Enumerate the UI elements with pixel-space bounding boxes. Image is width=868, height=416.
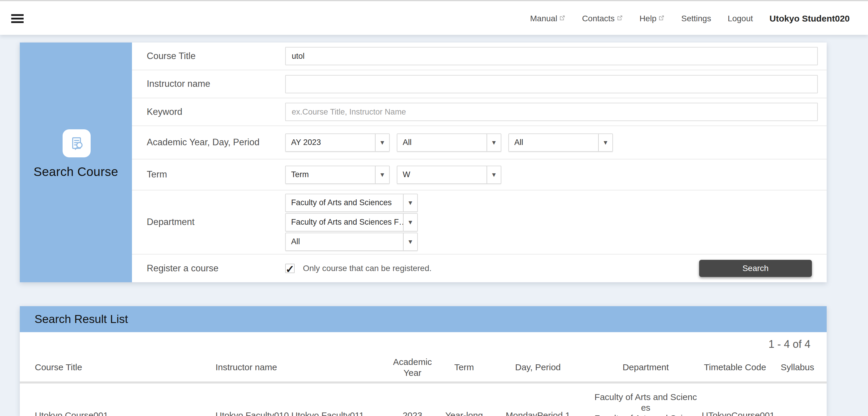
search-course-title: Search Course (20, 165, 132, 179)
search-form: Course Title Instructor name Keyword Aca… (132, 42, 827, 282)
period-select[interactable]: All ▼ (508, 133, 613, 152)
instructor-row: Instructor name (132, 70, 827, 98)
cell-instructor: Utokyo Faculty010,Utokyo Faculty011 (200, 410, 383, 416)
keyword-label: Keyword (132, 106, 285, 118)
col-day-period: Day, Period (486, 362, 590, 373)
department-value: Faculty of Arts and Sciences F… (286, 214, 403, 231)
term-label: Term (132, 168, 285, 181)
register-label: Register a course (132, 262, 285, 274)
external-link-icon (559, 15, 565, 21)
nav-settings[interactable]: Settings (681, 14, 711, 23)
chevron-down-icon: ▼ (375, 134, 389, 151)
cell-academic-year: 2023 (383, 410, 442, 416)
col-department: Department (590, 362, 702, 373)
table-divider (20, 381, 827, 384)
document-search-icon (67, 134, 87, 153)
cell-course-title[interactable]: Utokyo Course001 (20, 410, 200, 416)
external-link-icon (617, 15, 623, 21)
register-row: Register a course ✓ Only course that can… (132, 255, 827, 282)
user-name: Utokyo Student020 (769, 13, 850, 24)
external-link-icon (658, 15, 664, 21)
day-value: All (397, 134, 487, 151)
course-title-label: Course Title (132, 50, 285, 62)
cell-syllabus (768, 387, 827, 416)
cell-term: Year-long (442, 410, 486, 416)
chevron-down-icon: ▼ (598, 134, 612, 151)
chevron-down-icon: ▼ (403, 233, 417, 250)
term-sub-value: W (397, 166, 487, 183)
search-button[interactable]: Search (699, 260, 812, 277)
search-course-icon (63, 129, 91, 157)
nav-contacts-label: Contacts (582, 14, 615, 23)
search-course-panel: Search Course Course Title Instructor na… (20, 42, 827, 282)
search-result-header: Search Result List (20, 306, 827, 332)
department-line: Faculty of Arts and Scienc (590, 392, 702, 403)
top-header: Manual Contacts Help Settings Logout Uto… (0, 0, 868, 35)
hamburger-menu-icon[interactable] (11, 14, 24, 24)
col-academic-year: Academic Year (383, 356, 442, 378)
result-count: 1 - 4 of 4 (20, 332, 827, 353)
nav-manual-label: Manual (530, 14, 557, 23)
department-line: Faculty of Arts and Scienc (590, 413, 702, 416)
chevron-down-icon: ▼ (375, 166, 389, 183)
col-course-title: Course Title (20, 362, 200, 373)
ay-day-period-row: Academic Year, Day, Period AY 2023 ▼ All… (132, 126, 827, 159)
academic-year-value: AY 2023 (286, 134, 375, 151)
instructor-label: Instructor name (132, 78, 285, 90)
chevron-down-icon: ▼ (403, 214, 417, 231)
course-type-select[interactable]: All ▼ (285, 233, 418, 251)
department-label: Department (132, 216, 285, 228)
nav-contacts[interactable]: Contacts (582, 14, 623, 23)
faculty-select[interactable]: Faculty of Arts and Sciences ▼ (285, 194, 418, 212)
term-select[interactable]: Term ▼ (285, 166, 390, 184)
col-syllabus: Syllabus (768, 362, 827, 373)
term-row: Term Term ▼ W ▼ (132, 159, 827, 190)
result-table-header: Course Title Instructor name Academic Ye… (20, 353, 827, 381)
check-icon: ✓ (285, 264, 294, 275)
nav-settings-label: Settings (681, 14, 711, 23)
registered-only-checkbox[interactable]: ✓ (285, 264, 294, 273)
chevron-down-icon: ▼ (487, 166, 501, 183)
top-nav: Manual Contacts Help Settings Logout Uto… (530, 1, 850, 36)
col-instructor: Instructor name (200, 362, 383, 373)
term-value: Term (286, 166, 375, 183)
cell-day-period: MondayPeriod 1 (486, 410, 590, 416)
nav-manual[interactable]: Manual (530, 14, 566, 23)
department-line: es (590, 403, 702, 413)
course-type-value: All (286, 233, 403, 250)
instructor-input[interactable] (285, 75, 818, 93)
search-course-sidebar: Search Course (20, 42, 132, 282)
chevron-down-icon: ▼ (487, 134, 501, 151)
academic-year-select[interactable]: AY 2023 ▼ (285, 133, 390, 152)
chevron-down-icon: ▼ (403, 194, 417, 212)
nav-logout-label: Logout (728, 14, 753, 23)
keyword-input[interactable] (285, 103, 818, 121)
cell-timetable-code: UTokyoCourse001 (702, 410, 768, 416)
nav-help-label: Help (640, 14, 657, 23)
nav-logout[interactable]: Logout (728, 14, 753, 23)
table-row: Utokyo Course001 Utokyo Faculty010,Utoky… (20, 384, 827, 416)
keyword-row: Keyword (132, 98, 827, 126)
course-title-row: Course Title (132, 42, 827, 70)
ay-day-period-label: Academic Year, Day, Period (132, 136, 285, 148)
faculty-value: Faculty of Arts and Sciences (286, 194, 403, 212)
term-sub-select[interactable]: W ▼ (397, 166, 501, 184)
nav-help[interactable]: Help (640, 14, 665, 23)
course-title-input[interactable] (285, 47, 818, 65)
registered-only-label: Only course that can be registered. (303, 264, 432, 273)
day-select[interactable]: All ▼ (397, 133, 501, 152)
col-timetable-code: Timetable Code (702, 362, 768, 373)
search-result-panel: Search Result List 1 - 4 of 4 Course Tit… (20, 306, 827, 416)
department-row: Department Faculty of Arts and Sciences … (132, 190, 827, 255)
department-select[interactable]: Faculty of Arts and Sciences F… ▼ (285, 213, 418, 231)
col-term: Term (442, 362, 486, 373)
cell-department: Faculty of Arts and Scienc es Faculty of… (590, 384, 702, 416)
period-value: All (509, 134, 598, 151)
